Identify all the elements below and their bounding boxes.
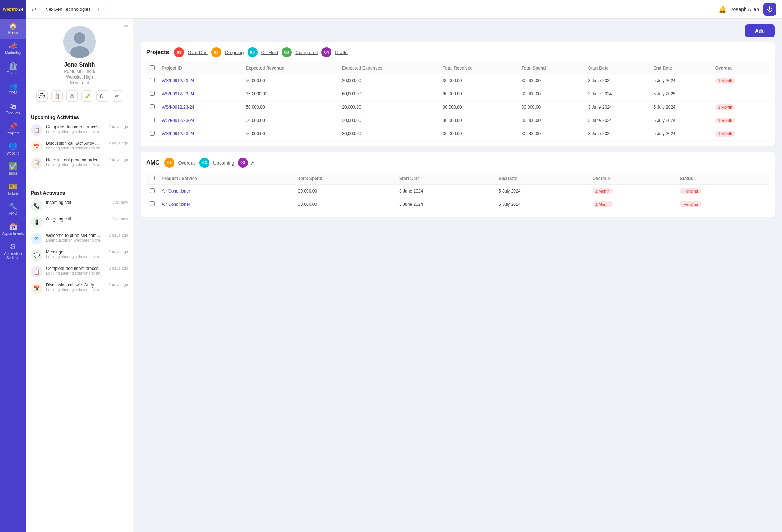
product-link[interactable]: Air Conditioner — [162, 189, 190, 194]
total-spend: 30,000.00 — [518, 127, 585, 141]
projects-tab-overdue[interactable]: Over Due — [188, 50, 208, 55]
past-title-2: Outgoing call — [46, 217, 109, 222]
sidebar-item-appsettings-label: Application Settings — [1, 252, 24, 260]
col-project-id: Project ID — [158, 62, 242, 74]
end-date: 5 July 2025 — [650, 87, 712, 101]
add-button[interactable]: Add — [745, 24, 775, 37]
past-icon-6: 📅 — [31, 282, 42, 294]
amc-status-cell: Pending — [676, 198, 769, 211]
projects-tab-onhold[interactable]: On Hold — [261, 50, 278, 55]
amc-start-date: 3 June 2024 — [396, 185, 495, 198]
notification-bell-icon[interactable]: 🔔 — [719, 5, 726, 13]
add-btn-row: Add — [141, 24, 775, 37]
project-id-link[interactable]: WS/I-0912/23-24 — [162, 131, 194, 136]
col-exp-exp: Expected Expenses — [338, 62, 439, 74]
document-button[interactable]: 📋 — [51, 90, 63, 102]
sidebar-item-appsettings[interactable]: ⚙ Application Settings — [0, 239, 26, 264]
sidebar-item-appointments[interactable]: 📅 Appointments — [0, 219, 26, 239]
home-icon: 🏠 — [9, 22, 18, 29]
product-link[interactable]: Air Conditioner — [162, 202, 190, 207]
table-row: WS/I-0912/23-24 50,000.00 20,000.00 30,0… — [146, 114, 769, 127]
overdue-badge: 1 Month — [593, 188, 613, 194]
project-id-link[interactable]: WS/I-0912/23-24 — [162, 91, 194, 96]
activity-icon-2: 📅 — [31, 141, 42, 152]
past-time-3: 2 days ago — [109, 233, 128, 237]
amc-col-status: Status — [676, 173, 769, 185]
col-tot-spend: Total Spend — [518, 62, 585, 74]
sidebar-item-tickets[interactable]: 🎫 Tickets — [0, 179, 26, 199]
projects-select-all[interactable] — [150, 65, 155, 70]
edit-button[interactable]: ✏ — [112, 90, 123, 102]
amc-total-spend: 30,000.00 — [295, 198, 396, 211]
no-overdue: - — [715, 91, 717, 96]
amc-row-checkbox[interactable] — [150, 201, 155, 206]
company-selector[interactable]: NexGen Technologies ▼ — [41, 4, 105, 14]
col-overdue: Overdue — [712, 62, 769, 74]
amc-tab-overdue[interactable]: Overdue — [178, 160, 196, 166]
amc-row-checkbox[interactable] — [150, 188, 155, 193]
row-checkbox[interactable] — [150, 91, 155, 96]
sidebar-item-projects[interactable]: 📌 Projects — [0, 119, 26, 139]
start-date: 3 June 2024 — [584, 87, 650, 101]
products-icon: 🛍 — [9, 103, 17, 110]
expected-expenses: 20,000.00 — [338, 101, 439, 114]
past-icon-3: ✉ — [31, 233, 42, 244]
past-desc-1: - — [46, 205, 109, 209]
projects-tab-overdue-label: Over Due — [188, 50, 208, 55]
past-desc-2: - — [46, 222, 109, 226]
sidebar-item-home[interactable]: 🏠 Home — [0, 19, 26, 39]
project-id-link[interactable]: WS/I-0912/23-24 — [162, 118, 194, 123]
calendar-button[interactable]: 🗓 — [96, 90, 108, 102]
sidebar-item-website[interactable]: 🌐 Website — [0, 139, 26, 159]
email-button[interactable]: ✉ — [66, 90, 78, 102]
projects-tab-completed[interactable]: Completed — [295, 50, 318, 55]
right-panel: Add Projects 03 Over Due 03 On going 03 — [133, 19, 782, 532]
total-spend: 30,000.00 — [518, 114, 585, 127]
table-row: WS/I-0912/23-24 50,000.00 20,000.00 30,0… — [146, 74, 769, 87]
start-date: 3 June 2024 — [584, 114, 650, 127]
past-icon-4: 💬 — [31, 250, 42, 261]
sidebar-item-products[interactable]: 🛍 Products — [0, 99, 26, 119]
project-id-link[interactable]: WS/I-0912/23-24 — [162, 78, 194, 83]
power-button[interactable]: ⏻ — [763, 3, 776, 16]
list-item: 📅 Discussion call with Andy ... Looking … — [31, 282, 128, 294]
past-desc-6: Looking altering solutions to an.. — [46, 288, 105, 292]
status-badge: Pending — [680, 188, 701, 194]
sidebar-item-finance[interactable]: 🏦 Finance — [0, 59, 26, 79]
row-checkbox[interactable] — [150, 118, 155, 122]
total-received: 30,000.00 — [439, 74, 518, 87]
whatsapp-button[interactable]: 💬 — [36, 90, 48, 102]
table-row: WS/I-0912/23-24 50,000.00 20,000.00 30,0… — [146, 127, 769, 141]
amc-tab-all[interactable]: All — [251, 160, 256, 166]
amc-select-all[interactable] — [150, 176, 155, 180]
sidebar-item-crm[interactable]: 👥 CRM — [0, 79, 26, 99]
arrows-icon[interactable]: ⇄ — [32, 6, 36, 13]
row-checkbox[interactable] — [150, 104, 155, 109]
past-desc-3: Dear customer, welcome to the... — [46, 238, 105, 242]
amc-icon: 🔧 — [9, 203, 18, 210]
sidebar-item-marketing[interactable]: 📣 Marketing — [0, 39, 26, 59]
status-badge: Pending — [680, 201, 701, 207]
past-time-4: 2 days ago — [109, 250, 128, 254]
col-end-date: End Date — [650, 62, 712, 74]
profile-edit-button[interactable]: ✏ — [124, 23, 129, 29]
project-id-link[interactable]: WS/I-0912/23-24 — [162, 105, 194, 110]
amc-tab-overdue-label: Overdue — [178, 160, 196, 166]
projects-tab-ongoing[interactable]: On going — [225, 50, 244, 55]
projects-tab-badge-completed: 03 — [282, 47, 292, 57]
row-checkbox[interactable] — [150, 131, 155, 136]
row-checkbox[interactable] — [150, 78, 155, 82]
projects-icon: 📌 — [9, 123, 18, 130]
overdue-cell: 1 Month — [712, 101, 769, 114]
end-date: 5 July 2024 — [650, 114, 712, 127]
activity-icon-1: 📋 — [31, 124, 42, 136]
profile-website: Website, High — [66, 75, 93, 80]
amc-col-end: End Date — [495, 173, 589, 185]
notes-button[interactable]: 📝 — [81, 90, 93, 102]
sidebar-logo: Webtrix24 — [0, 0, 26, 19]
sidebar-item-tasks[interactable]: ✅ Tasks — [0, 159, 26, 179]
projects-tab-drafts[interactable]: Drafts — [335, 50, 348, 55]
past-title-1: Incoming call — [46, 200, 109, 205]
sidebar-item-amc[interactable]: 🔧 AMC — [0, 199, 26, 219]
amc-tab-upcoming[interactable]: Upcoming — [213, 160, 234, 166]
